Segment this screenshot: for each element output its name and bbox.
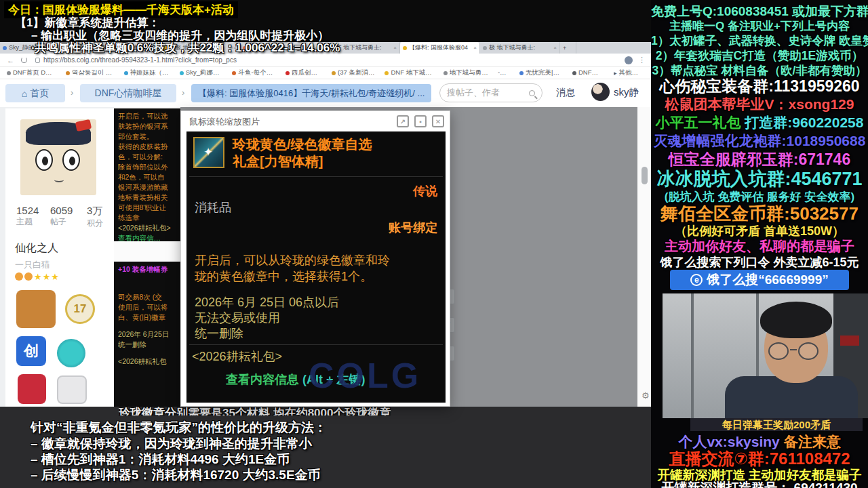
item-expire: 统一删除 xyxy=(195,325,243,342)
forum-search-input[interactable]: 搜帖子、作者 xyxy=(439,83,542,102)
other-bookmarks-folder[interactable]: ▸其他收藏夹 xyxy=(614,68,644,77)
bookmark-favicon xyxy=(7,71,11,75)
tab-close-icon[interactable]: × xyxy=(553,45,557,51)
bookmark-item[interactable]: -发帖 xyxy=(498,68,510,77)
close-icon[interactable]: ✕ xyxy=(432,115,444,127)
bookmark-item[interactable]: 역삼동길이 임신했 xyxy=(66,68,115,77)
user-name[interactable]: sky静 xyxy=(614,86,639,99)
breadcrumb-topic[interactable]: 【爆料: 国服体验服0416】千海天/耕耘礼包/奇迹缝纫机/ ... xyxy=(191,84,431,102)
bookmark-item[interactable]: DNF首页 DNF直播 xyxy=(7,68,56,77)
stat-points: 3万积分 xyxy=(87,205,103,229)
level-dot xyxy=(15,272,23,281)
messages-link[interactable]: 消息 xyxy=(556,87,575,99)
stat-threads: 1524主题 xyxy=(16,205,39,228)
tab-favicon xyxy=(403,46,407,50)
breadcrumb-forum[interactable]: DNF心情咖啡屋 xyxy=(80,84,176,102)
item-expire: 无法交易或使用 xyxy=(195,310,280,326)
image-zoom-popup: 鼠标滚轮缩放图片 ↗ ▪ ✕ 玲珑黄色/绿色徽章自选 礼盒[力智体精] 传说 消… xyxy=(180,110,450,407)
bookmark-item[interactable]: DNF计算器 xyxy=(572,68,604,77)
ad-line: 灭魂增幅强化龙袍群:1018950688 xyxy=(651,131,868,150)
bookmark-favicon xyxy=(443,71,448,75)
breadcrumb-home[interactable]: ⌂ 首页 xyxy=(5,84,65,102)
address-bar[interactable]: https://bbs.colg.cn/thread-9594323-1-1.h… xyxy=(43,56,237,64)
badge-trophy xyxy=(57,375,87,404)
restore-window-icon[interactable]: ▪ xyxy=(414,115,427,127)
bookmarks-bar: DNF首页 DNF直播 역삼동길이 임신했 神姬妹妹（好...） Sky_莉娜的… xyxy=(0,67,651,79)
tab-close-icon[interactable]: × xyxy=(473,45,477,51)
bookmark-favicon xyxy=(66,71,70,75)
refresh-icon[interactable] xyxy=(21,57,27,63)
ad-line: 饿了么搜索下列口令 外卖立减6-15元 xyxy=(651,254,868,270)
breadcrumb-separator: › xyxy=(182,87,184,98)
ad-line: 主动加你好友、私聊的都是骗子 xyxy=(651,237,868,256)
bookmark-favicon xyxy=(332,71,336,75)
poster-name[interactable]: 仙化之人 xyxy=(15,241,58,256)
bookmark-item[interactable]: 神姬妹妹（好...） xyxy=(124,68,170,77)
ad-line: 1）太初罐子、武器转换、史诗令牌 欧皇赞助 xyxy=(651,33,868,49)
ad-line: 开罐新深渊打造群号： 694211430 xyxy=(651,479,868,488)
eleme-logo-icon: e xyxy=(690,274,703,286)
bookmark-item[interactable]: DNF 地下城与勇士 xyxy=(384,68,433,77)
item-name-line1: 玲珑黄色/绿色徽章自选 xyxy=(233,136,372,154)
item-rarity: 传说 xyxy=(413,183,437,199)
badge-chuang: 创 xyxy=(16,336,46,366)
poster-profile-panel: 1524主题 6059帖子 3万积分 仙化之人 一只白猫 ★★★ 17 创 xyxy=(5,108,114,407)
bookmark-item[interactable]: 斗鱼-每个人都是 xyxy=(232,68,275,77)
badge-red-medal xyxy=(18,374,46,404)
glasses-icon xyxy=(798,342,818,360)
note-line: 针对“非重氪金但非零氪玩家”的性价比的升级方法： xyxy=(31,419,327,436)
ad-line: 主播唯一Q 备注职业+下列上号内容 xyxy=(651,18,868,34)
open-external-icon[interactable]: ↗ xyxy=(397,115,409,127)
bookmark-favicon xyxy=(519,71,524,75)
profile-avatar-icon[interactable] xyxy=(625,56,633,64)
browser-address-row: ← https://bbs.colg.cn/thread-9594323-1-1… xyxy=(0,54,651,67)
ad-line: 松鼠团本帮毕业V：xsong129 xyxy=(651,95,868,114)
ad-line: 小平五一礼包 打造群:960220258 xyxy=(651,113,868,132)
bookmark-item[interactable]: 地下城与勇士: 创 xyxy=(443,68,488,77)
item-desc: 珑的黄色徽章中，选择获得1个。 xyxy=(195,268,372,285)
level-stars: ★★★ xyxy=(34,272,60,282)
ad-line: 舞佰全区金币群:5032577 xyxy=(651,202,868,226)
back-icon[interactable]: ← xyxy=(7,56,14,64)
item-pack-tag: <2026耕耘礼包> xyxy=(192,348,282,365)
ad-line: 2）年套狄瑞吉C打造（赞助1E游戏币） xyxy=(651,47,868,64)
badge-teal-medal xyxy=(57,339,85,367)
cutoff-note-line: 玲珑徽章分别需要是35个材料 均在约8000个玲珑徽章 xyxy=(119,407,391,415)
post-tooltip-image: 开启后，可以选肤装扮的银河系 部位套装。获得的皮肤装扮 色，可以分解:除首饰部位… xyxy=(114,108,180,241)
user-avatar[interactable] xyxy=(591,83,610,101)
poster-avatar[interactable] xyxy=(20,119,96,195)
bookmark-favicon xyxy=(124,71,128,75)
ad-line: 冰冰脱坑入坑群:4546771 xyxy=(651,167,868,191)
poster-subtitle: 一只白猫 xyxy=(15,259,50,271)
popup-title: 鼠标滚轮缩放图片 xyxy=(189,116,260,128)
colg-watermark: COLG xyxy=(309,355,421,396)
webcam-feed xyxy=(663,293,868,418)
gear-icon[interactable]: ⚙ xyxy=(642,390,650,401)
bookmark-favicon xyxy=(232,71,236,75)
bookmark-item[interactable]: (37 条新消息) 大 xyxy=(332,68,375,77)
bookmark-item[interactable]: 西瓜创作平台 xyxy=(285,68,322,77)
browser-tab-active[interactable]: 【爆料: 国服体验服04× xyxy=(400,42,480,54)
search-icon xyxy=(529,90,535,96)
forum-breadcrumb-bar: ⌂ 首页 › DNF心情咖啡屋 › 【爆料: 国服体验服0416】千海天/耕耘礼… xyxy=(0,80,651,107)
item-name-line2: 礼盒[力智体精] xyxy=(233,152,323,171)
danmaku-reward-banner: 每日弹幕王奖励200矛盾 xyxy=(690,418,863,431)
page-scrollbar[interactable] xyxy=(637,107,651,407)
item-desc: 开启后，可以从玲珑的绿色徽章和玲 xyxy=(195,252,390,268)
tab-close-icon[interactable]: × xyxy=(393,45,397,51)
browser-tab[interactable]: 极 地下城与勇士:× xyxy=(480,42,560,54)
bookmark-item[interactable]: Sky_莉娜的个人 xyxy=(180,68,223,77)
stream-stage: 今日：国服体验服爆料——千海天版本+活动 【1】新徽章系统提升估算： – 输出职… xyxy=(0,0,868,488)
item-type: 消耗品 xyxy=(195,199,231,216)
scrollbar-thumb[interactable] xyxy=(642,167,648,184)
menu-dots-icon[interactable]: ⋮ xyxy=(638,56,646,64)
streamer-hair xyxy=(760,302,832,338)
stat-posts: 6059帖子 xyxy=(50,205,73,228)
new-tab-button[interactable]: + xyxy=(560,42,576,54)
bookmark-favicon xyxy=(180,71,184,75)
badge-monkey xyxy=(16,290,56,328)
item-tooltip-image[interactable]: 玲珑黄色/绿色徽章自选 礼盒[力智体精] 传说 消耗品 账号绑定 开启后，可以从… xyxy=(186,131,446,403)
bookmark-item[interactable]: 无忧完美|一个与 xyxy=(519,68,563,77)
bookmark-favicon xyxy=(572,71,576,75)
tab-favicon xyxy=(3,46,7,50)
